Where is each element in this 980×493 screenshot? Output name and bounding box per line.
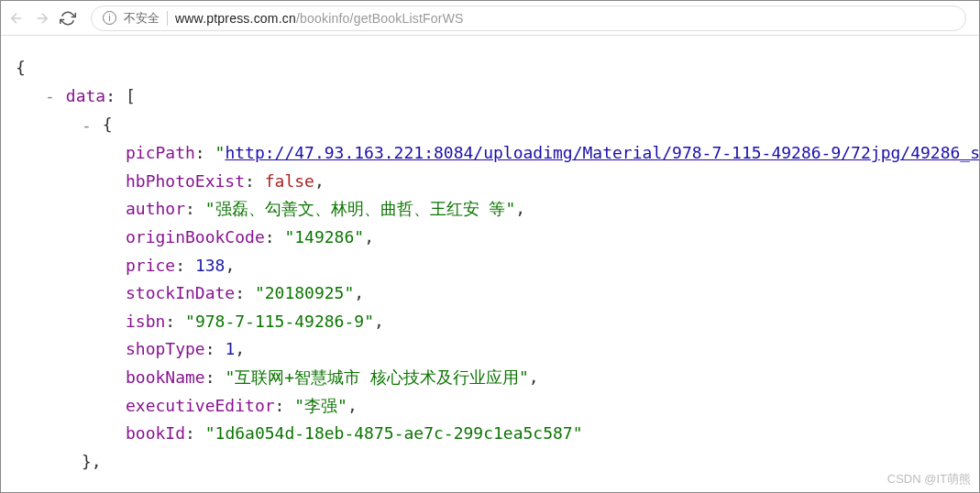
json-field-bookId: bookId: "1d6a054d-18eb-4875-ae7c-299c1ea… [8,420,972,448]
forward-button[interactable] [34,10,50,27]
collapse-toggle-icon[interactable]: - [82,112,93,140]
json-brace-close: }, [8,448,972,477]
address-bar[interactable]: i 不安全 www.ptpress.com.cn/bookinfo/getBoo… [91,5,966,31]
json-field-picPath: picPath: "http://47.93.163.221:8084/uplo… [8,139,972,168]
back-button[interactable] [8,10,25,27]
json-key-data[interactable]: - data: [ [8,82,972,111]
json-field-bookName: bookName: "互联网+智慧城市 核心技术及行业应用", [8,364,972,392]
json-field-originBookCode: originBookCode: "149286", [8,224,972,252]
json-field-author: author: "强磊、勾善文、林明、曲哲、王红安 等", [8,195,972,224]
picpath-link[interactable]: http://47.93.163.221:8084/uploadimg/Mate… [225,143,980,162]
json-field-executiveEditor: executiveEditor: "李强", [8,392,972,421]
json-field-stockInDate: stockInDate: "20180925", [8,279,972,308]
json-viewer: { - data: [ - { picPath: "http://47.93.1… [1,36,979,485]
json-array-item[interactable]: - { [8,111,972,139]
reload-button[interactable] [60,10,76,27]
security-status: 不安全 [124,10,160,27]
json-field-hbPhotoExist: hbPhotoExist: false, [8,168,972,196]
collapse-toggle-icon[interactable]: - [45,82,56,111]
json-field-isbn: isbn: "978-7-115-49286-9", [8,308,972,336]
divider [167,11,168,26]
json-brace-open: { [8,54,972,82]
info-icon: i [103,11,116,25]
json-field-shopType: shopType: 1, [8,335,972,364]
browser-toolbar: i 不安全 www.ptpress.com.cn/bookinfo/getBoo… [1,1,979,36]
json-field-price: price: 138, [8,252,972,280]
watermark: CSDN @IT萌熊 [887,471,971,488]
url-text: www.ptpress.com.cn/bookinfo/getBookListF… [175,11,464,26]
